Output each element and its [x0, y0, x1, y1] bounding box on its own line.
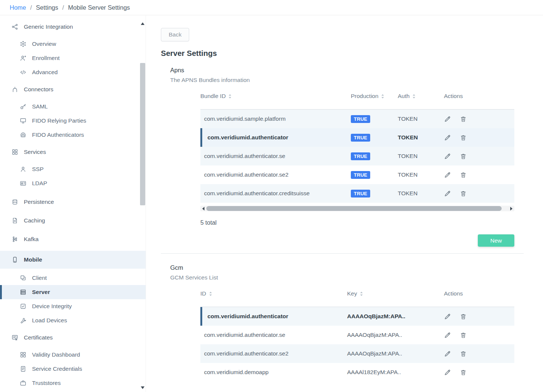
- column-header-production[interactable]: Production: [351, 93, 398, 99]
- apns-table-row[interactable]: com.veridiumid.authenticator.se2TRUETOKE…: [200, 165, 514, 184]
- main-content: Back Server Settings Apns The APNS Bundl…: [146, 15, 543, 392]
- scroll-up-button[interactable]: [140, 20, 146, 26]
- scroll-right-button[interactable]: [508, 206, 514, 211]
- sidebar-item-fido-authenticators[interactable]: FIDO Authenticators: [0, 128, 146, 142]
- edit-icon[interactable]: [444, 171, 451, 178]
- sort-icon: [209, 291, 212, 296]
- delete-icon[interactable]: [460, 116, 467, 123]
- column-header-id[interactable]: ID: [200, 290, 347, 297]
- sidebar-item-label: SAML: [32, 103, 48, 110]
- sidebar-item-label: Server: [32, 289, 50, 295]
- sidebar-item-certificates[interactable]: Certificates: [0, 331, 146, 345]
- sidebar-item-load-devices[interactable]: Load Devices: [0, 313, 146, 328]
- sidebar-item-saml[interactable]: SAML: [0, 99, 146, 114]
- triangle-down-icon: [141, 386, 145, 389]
- apns-table-row[interactable]: com.veridiumid.authenticator.seTRUETOKEN: [200, 147, 514, 165]
- sidebar-item-kafka[interactable]: Kafka: [0, 232, 146, 246]
- sidebar-item-connectors[interactable]: Connectors: [0, 82, 146, 97]
- sidebar-item-persistence[interactable]: Persistence: [0, 195, 146, 209]
- sidebar-item-device-integrity[interactable]: Device Integrity: [0, 299, 146, 313]
- delete-icon[interactable]: [460, 313, 467, 320]
- delete-icon[interactable]: [460, 171, 467, 178]
- sidebar-item-caching[interactable]: Caching: [0, 214, 146, 228]
- server-icon: [19, 289, 26, 295]
- sidebar-item-overview[interactable]: Overview: [0, 37, 146, 51]
- scroll-left-button[interactable]: [200, 206, 206, 211]
- edit-icon[interactable]: [444, 153, 451, 160]
- delete-icon[interactable]: [460, 350, 467, 357]
- gcm-table-row[interactable]: com.veridiumid.authenticator.seAAAAOqBja…: [200, 326, 514, 344]
- sidebar-scrollbar-thumb[interactable]: [140, 63, 145, 205]
- service-id-cell: com.veridiumid.authenticator: [200, 313, 347, 320]
- sidebar-item-fido-relying-parties[interactable]: FIDO Relying Parties: [0, 114, 146, 128]
- gcm-table-row[interactable]: com.veridiumid.authenticatorAAAAOqBjazM:…: [200, 307, 514, 326]
- edit-icon[interactable]: [444, 190, 451, 197]
- column-header-label: Actions: [444, 290, 463, 297]
- sidebar-item-enrollment[interactable]: Enrollment: [0, 51, 146, 65]
- sidebar-item-label: Mobile: [24, 256, 42, 263]
- edit-icon[interactable]: [444, 369, 451, 376]
- gcm-section-title: Gcm: [170, 264, 543, 271]
- row-actions: [444, 190, 514, 197]
- sidebar-item-server[interactable]: Server: [0, 285, 146, 299]
- breadcrumb-item-home[interactable]: Home: [10, 4, 26, 11]
- enrollment-icon: [19, 55, 26, 61]
- apns-table-row[interactable]: com.veridiumid.authenticator.creditsuiss…: [200, 184, 514, 203]
- sidebar-item-label: Persistence: [24, 199, 54, 205]
- sidebar-nav: Generic IntegrationOverviewEnrollmentAdv…: [0, 16, 146, 390]
- row-actions: [444, 171, 514, 178]
- gcm-table: IDKeyActions com.veridiumid.authenticato…: [200, 281, 514, 382]
- production-cell: TRUE: [351, 190, 398, 197]
- delete-icon[interactable]: [460, 332, 467, 339]
- sort-icon: [412, 94, 416, 99]
- apns-table-row[interactable]: com.veridiumid.sample.platformTRUETOKEN: [200, 110, 514, 128]
- sidebar-item-service-credentials[interactable]: Service Credentials: [0, 362, 146, 376]
- sidebar-item-services[interactable]: Services: [0, 145, 146, 159]
- sidebar-item-truststores[interactable]: Truststores: [0, 376, 146, 390]
- client-icon: [19, 275, 26, 281]
- edit-icon[interactable]: [444, 332, 451, 339]
- edit-icon[interactable]: [444, 350, 451, 357]
- triangle-right-icon: [510, 207, 512, 211]
- back-button[interactable]: Back: [161, 28, 189, 41]
- triangle-left-icon: [202, 207, 204, 211]
- sidebar-scrollbar[interactable]: [140, 15, 146, 392]
- sidebar-item-ldap[interactable]: LDAP: [0, 176, 146, 190]
- sidebar-item-client[interactable]: Client: [0, 271, 146, 285]
- sidebar-item-ssp[interactable]: SSP: [0, 162, 146, 176]
- sidebar-item-validity-dashboard[interactable]: Validity Dashboard: [0, 348, 146, 362]
- delete-icon[interactable]: [460, 369, 467, 376]
- service-key-cell: AAAAOqBjazM:APA..: [347, 313, 444, 320]
- fido-authenticators-icon: [19, 132, 26, 138]
- section-divider: [161, 253, 524, 254]
- new-button[interactable]: New: [478, 234, 514, 247]
- column-header-actions: Actions: [444, 93, 514, 99]
- production-cell: TRUE: [351, 134, 398, 142]
- gcm-table-row[interactable]: com.veridiumid.authenticator.se2AAAAOqBj…: [200, 344, 514, 363]
- sidebar-item-generic-integration[interactable]: Generic Integration: [0, 20, 146, 34]
- edit-icon[interactable]: [444, 116, 451, 123]
- delete-icon[interactable]: [460, 190, 467, 197]
- row-actions: [444, 332, 514, 339]
- edit-icon[interactable]: [444, 134, 451, 141]
- apns-table-row[interactable]: com.veridiumid.authenticatorTRUETOKEN: [200, 128, 514, 147]
- edit-icon[interactable]: [444, 313, 451, 320]
- column-header-auth[interactable]: Auth: [398, 93, 444, 99]
- sidebar-item-label: Advanced: [32, 69, 58, 76]
- column-header-bundle-id[interactable]: Bundle ID: [200, 93, 351, 99]
- scrollbar-track[interactable]: [206, 206, 508, 211]
- scrollbar-thumb[interactable]: [206, 206, 502, 211]
- auth-cell: TOKEN: [398, 134, 444, 141]
- column-header-key[interactable]: Key: [347, 290, 444, 297]
- gcm-table-row[interactable]: com.veridiumid.demoappAAAAl182EyM:APA..: [200, 363, 514, 382]
- scroll-down-button[interactable]: [140, 385, 146, 391]
- sidebar-item-label: Service Credentials: [32, 366, 82, 372]
- sidebar-item-mobile[interactable]: Mobile: [0, 251, 146, 269]
- delete-icon[interactable]: [460, 153, 467, 160]
- apns-horizontal-scrollbar[interactable]: [200, 206, 514, 211]
- delete-icon[interactable]: [460, 134, 467, 141]
- breadcrumb: Home/Settings/Mobile Server Settings: [0, 0, 543, 15]
- sidebar-item-advanced[interactable]: Advanced: [0, 65, 146, 79]
- apns-footer: New: [161, 234, 514, 247]
- production-cell: TRUE: [351, 171, 398, 179]
